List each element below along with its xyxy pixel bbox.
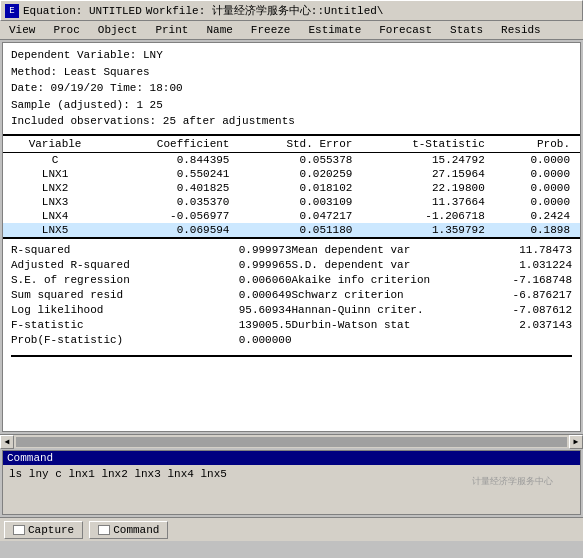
stat-label: F-statistic bbox=[11, 319, 151, 331]
main-content: Dependent Variable: LNY Method: Least Sq… bbox=[2, 42, 581, 432]
menu-forecast[interactable]: Forecast bbox=[370, 21, 441, 39]
table-row: LNX5 0.069594 0.051180 1.359792 0.1898 bbox=[3, 223, 580, 237]
command-title: Command bbox=[3, 451, 580, 465]
cell-coefficient: 0.401825 bbox=[107, 181, 239, 195]
menu-estimate[interactable]: Estimate bbox=[299, 21, 370, 39]
date: Date: 09/19/20 Time: 18:00 bbox=[11, 80, 572, 97]
table-row: C 0.844395 0.055378 15.24792 0.0000 bbox=[3, 152, 580, 167]
stats-row: Prob(F-statistic) 0.000000 bbox=[11, 333, 292, 347]
cell-coefficient: 0.069594 bbox=[107, 223, 239, 237]
command-icon bbox=[98, 525, 110, 535]
stat-value: 95.60934 bbox=[212, 304, 292, 316]
menu-stats[interactable]: Stats bbox=[441, 21, 492, 39]
menu-object[interactable]: Object bbox=[89, 21, 147, 39]
cell-prob: 0.1898 bbox=[495, 223, 580, 237]
cell-std-error: 0.047217 bbox=[239, 209, 362, 223]
scroll-left-button[interactable]: ◀ bbox=[0, 435, 14, 449]
stat-label: Hannan-Quinn criter. bbox=[292, 304, 432, 316]
cell-std-error: 0.051180 bbox=[239, 223, 362, 237]
stat-label: R-squared bbox=[11, 244, 151, 256]
capture-icon bbox=[13, 525, 25, 535]
cell-t-stat: 11.37664 bbox=[362, 195, 494, 209]
cell-t-stat: 22.19800 bbox=[362, 181, 494, 195]
workfile-title: Workfile: 计量经济学服务中心::Untitled\ bbox=[146, 3, 384, 18]
col-std-error: Std. Error bbox=[239, 135, 362, 153]
equation-title: Equation: UNTITLED bbox=[23, 5, 142, 17]
stats-section: R-squared 0.999973 Adjusted R-squared 0.… bbox=[3, 237, 580, 351]
cell-variable: LNX1 bbox=[3, 167, 107, 181]
cell-coefficient: 0.550241 bbox=[107, 167, 239, 181]
watermark: 计量经济学服务中心 bbox=[472, 475, 553, 488]
method: Method: Least Squares bbox=[11, 64, 572, 81]
stat-value: -7.168748 bbox=[492, 274, 572, 286]
observations: Included observations: 25 after adjustme… bbox=[11, 113, 572, 130]
stat-label: Mean dependent var bbox=[292, 244, 432, 256]
bottom-bar: Capture Command bbox=[0, 517, 583, 541]
cell-variable: LNX4 bbox=[3, 209, 107, 223]
menu-resids[interactable]: Resids bbox=[492, 21, 550, 39]
stats-row: Hannan-Quinn criter. -7.087612 bbox=[292, 303, 573, 317]
stat-value: 11.78473 bbox=[492, 244, 572, 256]
stats-row: R-squared 0.999973 bbox=[11, 243, 292, 257]
stat-label: Log likelihood bbox=[11, 304, 151, 316]
stat-value: 1.031224 bbox=[492, 259, 572, 271]
stat-label: Sum squared resid bbox=[11, 289, 151, 301]
stats-row: S.E. of regression 0.006060 bbox=[11, 273, 292, 287]
table-row: LNX2 0.401825 0.018102 22.19800 0.0000 bbox=[3, 181, 580, 195]
menu-view[interactable]: View bbox=[0, 21, 44, 39]
stats-row: Log likelihood 95.60934 bbox=[11, 303, 292, 317]
stat-value: -6.876217 bbox=[492, 289, 572, 301]
tab-command-label: Command bbox=[113, 524, 159, 536]
title-bar: E Equation: UNTITLED Workfile: 计量经济学服务中心… bbox=[0, 0, 583, 21]
cell-prob: 0.0000 bbox=[495, 195, 580, 209]
cell-prob: 0.0000 bbox=[495, 152, 580, 167]
stat-value: 0.999973 bbox=[212, 244, 292, 256]
sample: Sample (adjusted): 1 25 bbox=[11, 97, 572, 114]
stat-value: 2.037143 bbox=[492, 319, 572, 331]
col-variable: Variable bbox=[3, 135, 107, 153]
tab-capture[interactable]: Capture bbox=[4, 521, 83, 539]
stat-value: 139005.5 bbox=[212, 319, 292, 331]
stats-row: Adjusted R-squared 0.999965 bbox=[11, 258, 292, 272]
stat-label: S.D. dependent var bbox=[292, 259, 432, 271]
stat-value: 0.000649 bbox=[212, 289, 292, 301]
menu-freeze[interactable]: Freeze bbox=[242, 21, 300, 39]
cell-t-stat: 15.24792 bbox=[362, 152, 494, 167]
col-coefficient: Coefficient bbox=[107, 135, 239, 153]
stat-label: Durbin-Watson stat bbox=[292, 319, 432, 331]
cell-coefficient: 0.844395 bbox=[107, 152, 239, 167]
tab-capture-label: Capture bbox=[28, 524, 74, 536]
cell-variable: C bbox=[3, 152, 107, 167]
cell-t-stat: 27.15964 bbox=[362, 167, 494, 181]
cell-variable: LNX3 bbox=[3, 195, 107, 209]
table-row: LNX3 0.035370 0.003109 11.37664 0.0000 bbox=[3, 195, 580, 209]
stat-label: Akaike info criterion bbox=[292, 274, 432, 286]
cell-t-stat: 1.359792 bbox=[362, 223, 494, 237]
cell-coefficient: 0.035370 bbox=[107, 195, 239, 209]
cell-coefficient: -0.056977 bbox=[107, 209, 239, 223]
stats-row: F-statistic 139005.5 bbox=[11, 318, 292, 332]
scroll-track[interactable] bbox=[16, 437, 567, 447]
stats-row: Sum squared resid 0.000649 bbox=[11, 288, 292, 302]
stats-right: Mean dependent var 11.78473 S.D. depende… bbox=[292, 243, 573, 347]
app-icon: E bbox=[5, 4, 19, 18]
menu-print[interactable]: Print bbox=[146, 21, 197, 39]
tab-command[interactable]: Command bbox=[89, 521, 168, 539]
info-section: Dependent Variable: LNY Method: Least Sq… bbox=[3, 43, 580, 134]
horizontal-scrollbar[interactable]: ◀ ▶ bbox=[0, 434, 583, 448]
stat-value: 0.006060 bbox=[212, 274, 292, 286]
menu-name[interactable]: Name bbox=[197, 21, 241, 39]
stats-row: Durbin-Watson stat 2.037143 bbox=[292, 318, 573, 332]
cell-std-error: 0.003109 bbox=[239, 195, 362, 209]
stats-row: Schwarz criterion -6.876217 bbox=[292, 288, 573, 302]
stats-row: Mean dependent var 11.78473 bbox=[292, 243, 573, 257]
cell-prob: 0.0000 bbox=[495, 181, 580, 195]
stat-label: S.E. of regression bbox=[11, 274, 151, 286]
col-t-statistic: t-Statistic bbox=[362, 135, 494, 153]
cell-variable: LNX2 bbox=[3, 181, 107, 195]
menu-proc[interactable]: Proc bbox=[44, 21, 88, 39]
stats-row: Akaike info criterion -7.168748 bbox=[292, 273, 573, 287]
dependent-var: Dependent Variable: LNY bbox=[11, 47, 572, 64]
table-row: LNX1 0.550241 0.020259 27.15964 0.0000 bbox=[3, 167, 580, 181]
scroll-right-button[interactable]: ▶ bbox=[569, 435, 583, 449]
